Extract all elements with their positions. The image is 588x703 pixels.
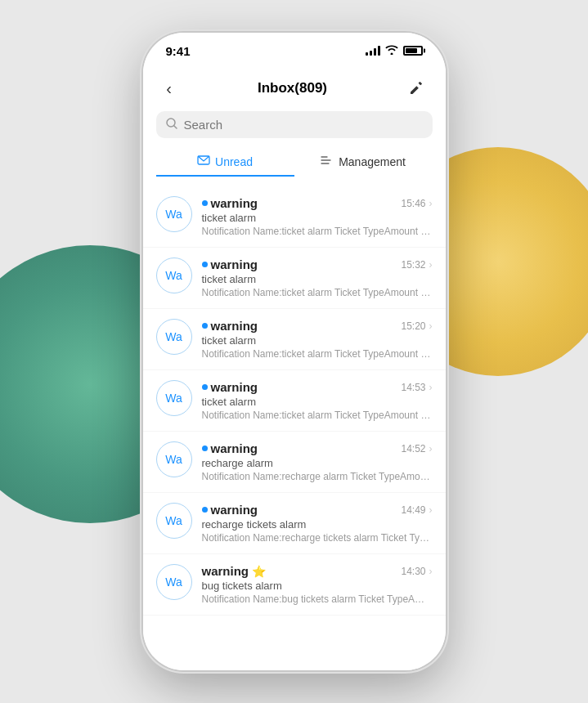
message-title-row: warning — [202, 257, 258, 271]
message-time: 14:49 — [401, 504, 425, 516]
chevron-right-icon: › — [429, 443, 433, 454]
list-item[interactable]: Wa warning ⭐ 14:30 › bug tickets alarm N… — [143, 554, 446, 616]
avatar: Wa — [156, 319, 192, 355]
message-time-row: 15:32 › — [401, 259, 432, 271]
list-item[interactable]: Wa warning 14:52 › recharge alarm Notifi… — [143, 432, 446, 493]
tab-unread-label: Unread — [215, 155, 253, 168]
message-time-row: 14:30 › — [401, 566, 432, 577]
chevron-right-icon: › — [429, 382, 433, 393]
message-title: warning — [211, 441, 258, 455]
message-header: warning 14:53 › — [202, 380, 433, 394]
message-subtitle: ticket alarm — [202, 273, 433, 285]
tab-unread[interactable]: Unread — [156, 148, 294, 177]
avatar: Wa — [156, 503, 192, 539]
message-preview: Notification Name:bug tickets alarm Tick… — [202, 593, 433, 605]
avatar: Wa — [156, 441, 192, 477]
status-bar: 9:41 — [143, 33, 446, 69]
app-content: ‹ Inbox(809) — [143, 69, 446, 670]
chevron-right-icon: › — [429, 320, 433, 332]
message-title: warning — [211, 257, 258, 271]
compose-icon — [408, 80, 424, 96]
nav-bar: ‹ Inbox(809) — [143, 69, 446, 108]
avatar: Wa — [156, 564, 192, 600]
message-header: warning 15:20 › — [202, 319, 433, 333]
list-item[interactable]: Wa warning 15:32 › ticket alarm Notifica… — [143, 248, 446, 309]
avatar: Wa — [156, 257, 192, 293]
message-time: 15:32 — [401, 259, 425, 271]
chevron-right-icon: › — [429, 504, 433, 516]
tabs-bar: Unread Management — [143, 145, 446, 186]
message-preview: Notification Name:ticket alarm Ticket Ty… — [202, 348, 433, 360]
unread-dot — [202, 384, 208, 390]
battery-icon — [403, 46, 423, 56]
list-item[interactable]: Wa warning 14:53 › ticket alarm Notifica… — [143, 370, 446, 432]
signal-icon — [366, 46, 380, 56]
message-preview: Notification Name:recharge alarm Ticket … — [202, 471, 433, 482]
message-time: 15:46 — [401, 198, 425, 209]
message-preview: Notification Name:recharge tickets alarm… — [202, 532, 433, 544]
message-body: warning 15:20 › ticket alarm Notificatio… — [202, 319, 433, 360]
message-title: warning — [211, 196, 258, 210]
message-time: 14:53 — [401, 382, 425, 393]
message-body: warning 15:32 › ticket alarm Notificatio… — [202, 257, 433, 298]
unread-tab-icon — [197, 154, 210, 168]
message-list: Wa warning 15:46 › ticket alarm Notifica… — [143, 186, 446, 670]
message-title: warning — [211, 503, 258, 517]
message-title-row: warning ⭐ — [202, 564, 267, 578]
message-title-row: warning — [202, 380, 258, 394]
status-icons — [366, 45, 423, 57]
back-button[interactable]: ‹ — [156, 75, 182, 101]
message-subtitle: ticket alarm — [202, 334, 433, 347]
message-subtitle: recharge alarm — [202, 457, 433, 469]
search-icon — [166, 118, 177, 132]
unread-dot — [202, 323, 208, 329]
management-tab-icon — [321, 154, 334, 168]
message-time-row: 15:46 › — [401, 198, 432, 209]
message-title-row: warning — [202, 196, 258, 210]
message-time-row: 15:20 › — [401, 320, 432, 332]
list-item[interactable]: Wa warning 15:20 › ticket alarm Notifica… — [143, 309, 446, 370]
star-icon: ⭐ — [252, 565, 266, 578]
chevron-right-icon: › — [429, 198, 433, 209]
message-time: 14:30 — [401, 566, 425, 577]
message-preview: Notification Name:ticket alarm Ticket Ty… — [202, 410, 433, 421]
message-header: warning 15:46 › — [202, 196, 433, 210]
tab-management[interactable]: Management — [294, 148, 433, 177]
message-body: warning 14:53 › ticket alarm Notificatio… — [202, 380, 433, 421]
message-time: 14:52 — [401, 443, 425, 454]
message-header: warning 14:49 › — [202, 503, 433, 517]
unread-dot — [202, 200, 208, 206]
message-header: warning ⭐ 14:30 › — [202, 564, 433, 578]
message-title-row: warning — [202, 319, 258, 333]
message-title: warning — [211, 380, 258, 394]
message-subtitle: bug tickets alarm — [202, 580, 433, 592]
page-title: Inbox(809) — [258, 80, 327, 96]
message-body: warning ⭐ 14:30 › bug tickets alarm Noti… — [202, 564, 433, 605]
message-time-row: 14:49 › — [401, 504, 432, 516]
message-time: 15:20 — [401, 320, 425, 332]
message-subtitle: ticket alarm — [202, 212, 433, 224]
message-subtitle: ticket alarm — [202, 396, 433, 408]
compose-button[interactable] — [403, 75, 429, 101]
message-body: warning 14:52 › recharge alarm Notificat… — [202, 441, 433, 482]
message-body: warning 15:46 › ticket alarm Notificatio… — [202, 196, 433, 237]
unread-dot — [202, 262, 208, 267]
message-time-row: 14:52 › — [401, 443, 432, 454]
phone-shell: 9:41 — [143, 33, 446, 670]
message-time-row: 14:53 › — [401, 382, 432, 393]
message-title-row: warning — [202, 503, 258, 517]
message-title: warning — [211, 319, 258, 333]
message-subtitle: recharge tickets alarm — [202, 518, 433, 531]
scene: 9:41 — [0, 0, 588, 703]
list-item[interactable]: Wa warning 14:49 › recharge tickets alar… — [143, 493, 446, 554]
status-time: 9:41 — [166, 44, 191, 58]
back-arrow-icon: ‹ — [166, 79, 172, 98]
unread-dot — [202, 446, 208, 451]
message-title-row: warning — [202, 441, 258, 455]
search-input[interactable] — [184, 118, 423, 132]
tab-management-label: Management — [339, 155, 406, 168]
message-header: warning 15:32 › — [202, 257, 433, 271]
search-bar[interactable] — [156, 111, 433, 138]
chevron-right-icon: › — [429, 259, 433, 271]
list-item[interactable]: Wa warning 15:46 › ticket alarm Notifica… — [143, 186, 446, 248]
